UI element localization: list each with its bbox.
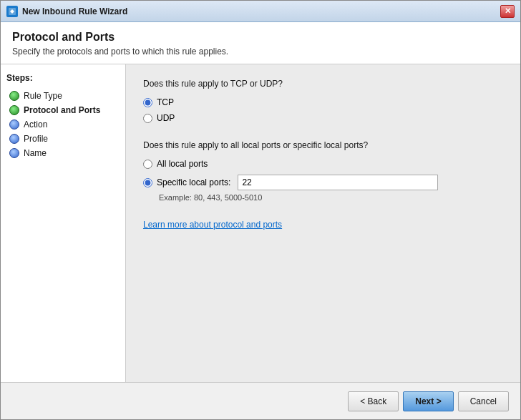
step-dot-profile — [9, 134, 19, 144]
tcp-option[interactable]: TCP — [143, 97, 503, 107]
sidebar: Steps: Rule Type Protocol and Ports Acti… — [1, 64, 126, 382]
question2-text: Does this rule apply to all local ports … — [143, 140, 503, 150]
tcp-label: TCP — [157, 97, 174, 107]
specific-ports-row: Specific local ports: — [143, 175, 503, 190]
example-text: Example: 80, 443, 5000-5010 — [159, 193, 503, 202]
specific-ports-label: Specific local ports: — [157, 177, 230, 187]
page-subtitle: Specify the protocols and ports to which… — [12, 47, 509, 57]
step-dot-name — [9, 148, 19, 158]
udp-label: UDP — [157, 113, 175, 123]
step-dot-action — [9, 119, 19, 130]
wizard-window: New Inbound Rule Wizard ✕ Protocol and P… — [0, 0, 521, 420]
sidebar-label-profile: Profile — [24, 134, 48, 144]
specific-ports-option[interactable]: Specific local ports: — [143, 177, 235, 187]
step-dot-rule-type — [9, 91, 19, 101]
sidebar-label-rule-type: Rule Type — [24, 91, 62, 101]
sidebar-item-protocol-ports[interactable]: Protocol and Ports — [6, 103, 120, 117]
udp-option[interactable]: UDP — [143, 113, 503, 123]
specific-ports-radio[interactable] — [143, 178, 152, 187]
ports-block: Does this rule apply to all local ports … — [143, 140, 503, 202]
sidebar-item-profile[interactable]: Profile — [6, 132, 120, 146]
all-ports-radio[interactable] — [143, 160, 152, 169]
udp-radio[interactable] — [143, 114, 152, 123]
step-dot-protocol-ports — [9, 105, 19, 115]
close-button[interactable]: ✕ — [500, 5, 515, 18]
page-header: Protocol and Ports Specify the protocols… — [1, 22, 520, 64]
window-title: New Inbound Rule Wizard — [22, 6, 500, 16]
page-title: Protocol and Ports — [12, 31, 509, 44]
footer: < Back Next > Cancel — [1, 382, 520, 419]
content-area: Protocol and Ports Specify the protocols… — [1, 22, 520, 382]
tcp-udp-block: Does this rule apply to TCP or UDP? TCP … — [143, 79, 503, 123]
back-button[interactable]: < Back — [348, 391, 399, 411]
sidebar-label-protocol-ports: Protocol and Ports — [24, 105, 100, 115]
tcp-radio[interactable] — [143, 98, 152, 107]
sidebar-label-action: Action — [24, 119, 47, 130]
sidebar-label-name: Name — [24, 148, 47, 158]
title-bar: New Inbound Rule Wizard ✕ — [1, 1, 520, 22]
learn-more-link[interactable]: Learn more about protocol and ports — [143, 220, 282, 230]
specific-ports-input[interactable] — [238, 175, 438, 190]
sidebar-item-action[interactable]: Action — [6, 117, 120, 132]
form-area: Does this rule apply to TCP or UDP? TCP … — [126, 64, 520, 382]
sidebar-item-rule-type[interactable]: Rule Type — [6, 89, 120, 103]
question1-text: Does this rule apply to TCP or UDP? — [143, 79, 503, 89]
steps-label: Steps: — [6, 73, 120, 83]
app-icon — [6, 6, 18, 17]
all-ports-label: All local ports — [157, 159, 208, 169]
link-area: Learn more about protocol and ports — [143, 219, 503, 230]
next-button[interactable]: Next > — [403, 391, 453, 411]
cancel-button[interactable]: Cancel — [458, 391, 509, 411]
all-ports-option[interactable]: All local ports — [143, 159, 503, 169]
sidebar-item-name[interactable]: Name — [6, 146, 120, 160]
main-body: Steps: Rule Type Protocol and Ports Acti… — [1, 64, 520, 382]
